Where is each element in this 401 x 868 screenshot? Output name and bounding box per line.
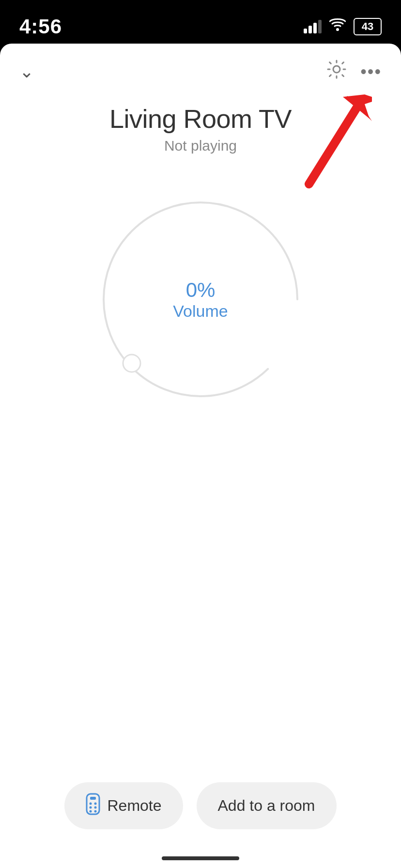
svg-point-14	[90, 810, 92, 813]
device-title-area: Living Room TV Not playing	[0, 94, 401, 154]
svg-point-1	[333, 66, 340, 73]
bottom-actions: Remote Add to a room	[0, 782, 401, 829]
wifi-icon	[329, 18, 346, 35]
status-icons: 43	[304, 18, 382, 35]
device-title: Living Room TV	[19, 104, 382, 134]
top-actions: •••	[326, 59, 382, 84]
remote-label: Remote	[107, 797, 161, 815]
svg-point-0	[336, 28, 339, 31]
volume-percent: 0%	[173, 279, 228, 302]
svg-point-12	[90, 806, 92, 809]
signal-icon	[304, 20, 322, 33]
battery-icon: 43	[354, 18, 382, 35]
svg-point-7	[123, 355, 140, 372]
volume-center-text: 0% Volume	[173, 279, 228, 321]
chevron-down-icon[interactable]: ⌄	[19, 62, 34, 82]
svg-point-11	[94, 803, 97, 805]
remote-button[interactable]: Remote	[64, 782, 183, 829]
svg-point-13	[94, 806, 97, 809]
add-to-room-label: Add to a room	[218, 797, 315, 815]
status-bar: 4:56 43	[0, 0, 401, 44]
gear-icon[interactable]	[326, 59, 347, 84]
more-options-icon[interactable]: •••	[360, 62, 382, 82]
svg-point-10	[90, 803, 92, 805]
top-bar: ⌄ •••	[0, 44, 401, 94]
volume-label: Volume	[173, 302, 228, 321]
volume-area[interactable]: 0% Volume	[0, 183, 401, 416]
main-card: ⌄ ••• Living Room TV Not playing	[0, 44, 401, 868]
svg-rect-9	[90, 797, 96, 800]
home-indicator	[162, 856, 239, 860]
remote-icon	[86, 793, 100, 819]
volume-circle[interactable]: 0% Volume	[84, 183, 317, 416]
add-to-room-button[interactable]: Add to a room	[197, 782, 337, 829]
svg-point-15	[94, 810, 97, 813]
status-time: 4:56	[19, 15, 62, 38]
device-status: Not playing	[19, 138, 382, 154]
